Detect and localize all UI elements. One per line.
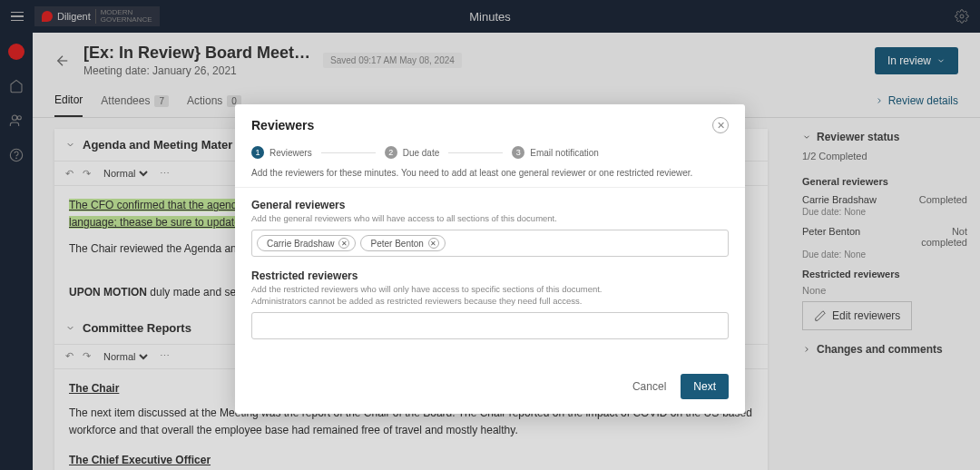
- remove-chip-icon[interactable]: ✕: [338, 238, 349, 249]
- modal-title: Reviewers: [251, 118, 314, 132]
- next-button[interactable]: Next: [681, 374, 729, 399]
- general-reviewers-help: Add the general reviewers who will have …: [251, 213, 729, 224]
- reviewer-chip: Peter Benton✕: [360, 235, 445, 251]
- cancel-button[interactable]: Cancel: [632, 380, 666, 393]
- step-divider: [321, 152, 376, 153]
- close-icon[interactable]: ✕: [712, 117, 729, 133]
- restricted-reviewers-help: Add the restricted reviewers who will on…: [251, 284, 729, 307]
- reviewer-chip: Carrie Bradshaw✕: [257, 235, 356, 251]
- reviewers-modal: Reviewers ✕ 1Reviewers 2Due date 3Email …: [235, 104, 745, 414]
- general-reviewers-label: General reviewers: [251, 199, 729, 211]
- modal-description: Add the reviewers for these minutes. You…: [235, 168, 745, 188]
- step-due-date[interactable]: 2Due date: [385, 146, 440, 159]
- remove-chip-icon[interactable]: ✕: [428, 238, 439, 249]
- restricted-reviewers-label: Restricted reviewers: [251, 269, 729, 282]
- step-reviewers[interactable]: 1Reviewers: [251, 146, 312, 159]
- general-reviewers-input[interactable]: Carrie Bradshaw✕ Peter Benton✕: [251, 230, 729, 257]
- step-divider: [448, 152, 503, 153]
- step-email[interactable]: 3Email notification: [512, 146, 599, 159]
- modal-overlay: Reviewers ✕ 1Reviewers 2Due date 3Email …: [0, 0, 980, 470]
- restricted-reviewers-input[interactable]: [251, 312, 729, 339]
